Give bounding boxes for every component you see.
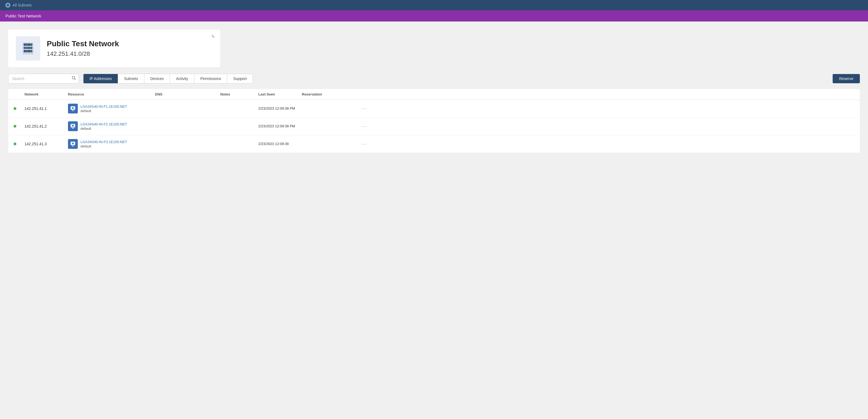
breadcrumb-bar: Public Test Network: [0, 10, 868, 22]
ip-table: Network Resource DNS Notes Last Seen Res…: [8, 89, 860, 153]
resource-cell-3: LGA34S40-IN-F3.1E100.NET default: [68, 139, 155, 149]
table-row: 142.251.41.2 LGA34S40-IN-F2.1E100.NET de…: [8, 118, 860, 135]
reserve-button[interactable]: Reserve: [833, 74, 860, 83]
subnets-nav-icon: [5, 3, 10, 8]
tab-devices[interactable]: Devices: [145, 74, 170, 83]
table-header: Network Resource DNS Notes Last Seen Res…: [8, 89, 860, 100]
resource-link-2[interactable]: LGA34S40-IN-F2.1E100.NET: [81, 122, 127, 126]
network-info: Public Test Network 142.251.41.0/28: [47, 39, 213, 57]
resource-link-3[interactable]: LGA34S40-IN-F3.1E100.NET: [81, 140, 127, 144]
last-seen-3: 2/23/2023 12:09:38: [258, 141, 302, 147]
resource-sub-2: default: [81, 126, 91, 130]
svg-point-7: [30, 47, 31, 49]
col-resource: Resource: [68, 92, 155, 96]
toolbar: IP Addresses Subnets Devices Activity Pe…: [8, 74, 860, 84]
col-network: Network: [25, 92, 68, 96]
tab-support[interactable]: Support: [227, 74, 253, 83]
edit-icon[interactable]: ✎: [211, 34, 215, 39]
table-row: 142.251.41.1 LGA34S40-IN-F1.1E100.NET de…: [8, 100, 860, 118]
svg-point-18: [72, 107, 74, 109]
col-status: [13, 92, 25, 96]
status-dot-1: [13, 107, 25, 111]
svg-rect-10: [25, 47, 29, 49]
resource-sub-1: default: [81, 109, 91, 113]
last-seen-2: 2/23/2023 12:09:38 PM: [258, 123, 302, 129]
ip-1: 142.251.41.1: [25, 107, 68, 111]
row-menu-3[interactable]: ···: [351, 141, 367, 147]
resource-info-3: LGA34S40-IN-F3.1E100.NET default: [81, 140, 127, 148]
svg-point-28: [72, 143, 74, 144]
svg-point-23: [72, 125, 74, 126]
tab-subnets[interactable]: Subnets: [118, 74, 144, 83]
resource-sub-3: default: [81, 144, 91, 148]
last-seen-1: 2/23/2023 12:09:38 PM: [258, 106, 302, 111]
search-button[interactable]: [72, 76, 76, 81]
network-icon: [16, 36, 40, 61]
resource-info-2: LGA34S40-IN-F2.1E100.NET default: [81, 122, 127, 130]
ip-3: 142.251.41.3: [25, 142, 68, 146]
col-actions: [351, 92, 367, 96]
breadcrumb-label: Public Test Network: [5, 13, 41, 18]
search-container: [8, 74, 79, 84]
network-name: Public Test Network: [47, 39, 213, 48]
resource-icon-3: [68, 139, 78, 149]
tabs-container: IP Addresses Subnets Devices Activity Pe…: [83, 74, 253, 84]
col-notes: Notes: [220, 92, 258, 96]
status-dot-3: [13, 142, 25, 146]
svg-rect-9: [25, 44, 29, 45]
tab-ip-addresses[interactable]: IP Addresses: [84, 74, 118, 83]
svg-point-8: [30, 51, 31, 52]
top-nav: All Subnets: [0, 0, 868, 10]
resource-cell-2: LGA34S40-IN-F2.1E100.NET default: [68, 121, 155, 131]
search-input[interactable]: [8, 74, 79, 84]
resource-icon-1: [68, 104, 78, 114]
tab-activity[interactable]: Activity: [170, 74, 194, 83]
resource-icon-2: [68, 121, 78, 131]
main-content: Public Test Network 142.251.41.0/28 ✎ IP…: [0, 22, 868, 419]
resource-info-1: LGA34S40-IN-F1.1E100.NET default: [81, 104, 127, 113]
resource-link-1[interactable]: LGA34S40-IN-F1.1E100.NET: [81, 104, 127, 109]
top-nav-label[interactable]: All Subnets: [12, 3, 32, 7]
status-dot-2: [13, 124, 25, 128]
row-menu-1[interactable]: ···: [351, 106, 367, 112]
ip-2: 142.251.41.2: [25, 124, 68, 128]
svg-line-13: [75, 79, 76, 80]
col-dns: DNS: [155, 92, 220, 96]
resource-cell-1: LGA34S40-IN-F1.1E100.NET default: [68, 104, 155, 114]
svg-rect-11: [25, 51, 29, 52]
svg-point-1: [7, 4, 9, 6]
tab-permissions[interactable]: Permissions: [194, 74, 227, 83]
svg-point-6: [30, 44, 31, 45]
col-last-seen: Last Seen: [258, 92, 302, 96]
toolbar-left: IP Addresses Subnets Devices Activity Pe…: [8, 74, 253, 84]
table-row: 142.251.41.3 LGA34S40-IN-F3.1E100.NET de…: [8, 135, 860, 153]
network-cidr: 142.251.41.0/28: [47, 50, 213, 57]
col-reservation: Reservation: [302, 92, 351, 96]
row-menu-2[interactable]: ···: [351, 123, 367, 129]
network-header-card: Public Test Network 142.251.41.0/28 ✎: [8, 30, 220, 67]
